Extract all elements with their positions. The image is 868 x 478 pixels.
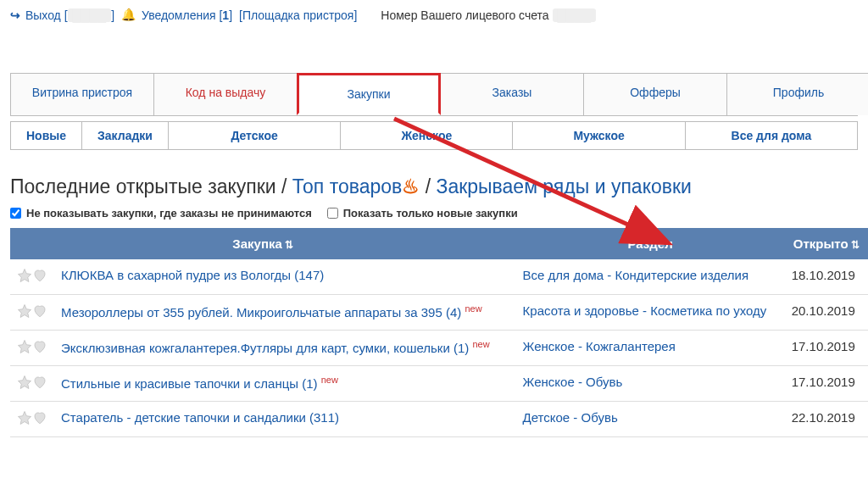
subtab-3[interactable]: Женское (341, 122, 513, 149)
table-row: КЛЮКВА в сахарной пудре из Вологды (147)… (10, 259, 868, 295)
tab-закупки[interactable]: Закупки (297, 73, 441, 115)
filter-hide-closed-checkbox[interactable] (10, 208, 21, 219)
purchases-table: Закупка Раздел Открыто КЛЮКВА в сахарной… (10, 228, 868, 437)
exit-link[interactable]: ↪ Выход [████] (10, 8, 114, 22)
notifications-link[interactable]: 🔔 Уведомления [1] (121, 8, 232, 22)
subtab-4[interactable]: Мужское (513, 122, 685, 149)
new-badge: new (465, 303, 481, 314)
purchase-link[interactable]: Эксклюзивная кожгалантерея.Футляры для к… (61, 341, 469, 355)
table-row: Старатель - детские тапочки и сандалики … (10, 402, 868, 437)
open-date: 22.10.2019 (785, 402, 868, 437)
top-products-link[interactable]: Топ товаров♨ (292, 175, 420, 197)
subtab-0[interactable]: Новые (11, 122, 82, 149)
new-badge: new (472, 339, 489, 349)
subtab-5[interactable]: Все для дома (686, 122, 857, 149)
sort-icon (282, 236, 293, 251)
heart-icon[interactable] (32, 303, 47, 319)
open-date: 20.10.2019 (785, 295, 868, 331)
filter-hide-closed[interactable]: Не показывать закупки, где заказы не при… (10, 207, 312, 220)
table-row: Стильные и красивые тапочки и сланцы (1)… (10, 366, 868, 402)
star-icon[interactable] (17, 303, 32, 319)
exit-icon: ↪ (10, 8, 20, 22)
tab-заказы[interactable]: Заказы (440, 73, 584, 115)
purchase-link[interactable]: Старатель - детские тапочки и сандалики … (61, 410, 339, 425)
tab-офферы[interactable]: Офферы (583, 73, 727, 115)
section-link[interactable]: Детское - Обувь (523, 410, 618, 425)
table-row: Эксклюзивная кожгалантерея.Футляры для к… (10, 331, 868, 366)
filter-only-new[interactable]: Показать только новые закупки (327, 207, 518, 220)
page-heading: Последние открытые закупки / Топ товаров… (10, 175, 858, 198)
star-icon[interactable] (17, 268, 32, 283)
open-date: 18.10.2019 (785, 259, 868, 295)
platform-link[interactable]: [Площадка пристроя] (239, 8, 357, 22)
purchase-link[interactable]: Стильные и красивые тапочки и сланцы (1) (61, 376, 318, 391)
tab-код-на-выдачу[interactable]: Код на выдачу (153, 73, 298, 115)
account-label: Номер Вашего лицевого счета ████ (381, 8, 596, 22)
sort-icon (849, 236, 860, 251)
star-icon[interactable] (17, 339, 32, 354)
heart-icon[interactable] (32, 375, 47, 390)
col-zakupka[interactable]: Закупка (10, 228, 516, 259)
section-link[interactable]: Женское - Кожгалантерея (523, 339, 676, 353)
filter-only-new-checkbox[interactable] (327, 208, 338, 219)
col-section[interactable]: Раздел (516, 228, 785, 259)
filter-bar: Не показывать закупки, где заказы не при… (10, 207, 858, 220)
purchase-link[interactable]: Мезороллеры от 355 рублей. Микроигольчат… (61, 305, 461, 320)
bell-icon: 🔔 (121, 8, 136, 21)
open-date: 17.10.2019 (785, 331, 868, 366)
sub-tabs: НовыеЗакладкиДетскоеЖенскоеМужскоеВсе дл… (10, 121, 858, 150)
star-icon[interactable] (17, 375, 32, 390)
subtab-1[interactable]: Закладки (82, 122, 169, 149)
star-icon[interactable] (17, 410, 32, 425)
heart-icon[interactable] (32, 268, 47, 283)
username-masked: ████ (68, 8, 112, 22)
tab-витрина-пристроя[interactable]: Витрина пристроя (10, 73, 154, 115)
main-tabs: Витрина пристрояКод на выдачуЗакупкиЗака… (10, 73, 858, 116)
heart-icon[interactable] (32, 410, 47, 425)
tab-профиль[interactable]: Профиль (726, 73, 868, 115)
section-link[interactable]: Женское - Обувь (523, 375, 623, 389)
new-badge: new (321, 375, 338, 385)
purchase-link[interactable]: КЛЮКВА в сахарной пудре из Вологды (147) (61, 268, 324, 282)
close-rows-link[interactable]: Закрываем ряды и упаковки (437, 175, 692, 197)
topbar: ↪ Выход [████] 🔔 Уведомления [1] [Площад… (0, 0, 868, 31)
open-date: 17.10.2019 (785, 366, 868, 402)
fire-icon: ♨ (402, 175, 420, 197)
section-link[interactable]: Красота и здоровье - Косметика по уходу (523, 303, 767, 318)
heart-icon[interactable] (32, 339, 47, 354)
account-masked: ████ (553, 8, 597, 22)
col-open[interactable]: Открыто (785, 228, 868, 259)
subtab-2[interactable]: Детское (169, 122, 341, 149)
section-link[interactable]: Все для дома - Кондитерские изделия (523, 268, 749, 282)
table-row: Мезороллеры от 355 рублей. Микроигольчат… (10, 295, 868, 331)
